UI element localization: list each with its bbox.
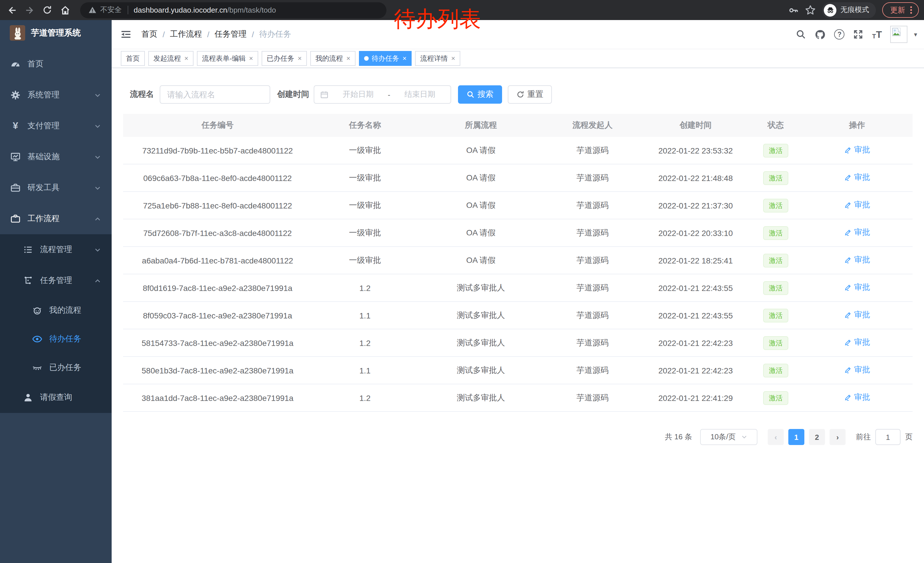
close-icon[interactable]: × bbox=[402, 54, 406, 62]
github-icon[interactable] bbox=[815, 29, 826, 40]
tab-form-edit[interactable]: 流程表单-编辑× bbox=[197, 51, 258, 66]
col-status: 状态 bbox=[750, 120, 801, 131]
tab-process-detail[interactable]: 流程详情× bbox=[415, 51, 460, 66]
status-badge: 激活 bbox=[763, 144, 788, 157]
sidebar-item-infrastructure[interactable]: 基础设施 bbox=[0, 141, 112, 173]
sidebar-item-label: 待办任务 bbox=[49, 334, 81, 344]
tab-start-process[interactable]: 发起流程× bbox=[148, 51, 194, 66]
tab-todo-tasks[interactable]: 待办任务× bbox=[359, 51, 412, 66]
sidebar-item-workflow[interactable]: 工作流程 bbox=[0, 203, 112, 234]
task-process: OA 请假 bbox=[418, 200, 544, 210]
approve-link[interactable]: 审批 bbox=[844, 310, 870, 320]
chevron-up-icon bbox=[94, 278, 101, 284]
task-id: 8f0d1619-7ac8-11ec-a9e2-a2380e71991a bbox=[123, 283, 312, 293]
avatar-dropdown-caret-icon[interactable]: ▾ bbox=[914, 31, 917, 38]
sidebar-logo-row[interactable]: 芋道管理系统 bbox=[0, 20, 112, 46]
sidebar-item-devtools[interactable]: 研发工具 bbox=[0, 173, 112, 203]
approve-link[interactable]: 审批 bbox=[844, 173, 870, 183]
table-header-row: 任务编号 任务名称 所属流程 流程发起人 创建时间 状态 操作 bbox=[123, 114, 912, 137]
pagination-page-1[interactable]: 1 bbox=[788, 429, 804, 445]
tab-home[interactable]: 首页 bbox=[121, 51, 145, 66]
task-time: 2022-01-22 21:48:48 bbox=[641, 173, 750, 182]
password-key-icon[interactable] bbox=[788, 5, 799, 15]
close-icon[interactable]: × bbox=[184, 54, 188, 62]
pagination-prev-button[interactable]: ‹ bbox=[768, 429, 784, 445]
chevron-down-icon bbox=[94, 185, 101, 191]
bookmark-star-icon[interactable] bbox=[805, 5, 816, 15]
breadcrumb-task-management[interactable]: 任务管理 bbox=[214, 29, 247, 39]
avatar[interactable] bbox=[891, 26, 908, 43]
search-button[interactable]: 搜索 bbox=[458, 86, 502, 104]
status-badge: 激活 bbox=[763, 171, 788, 185]
tab-my-process[interactable]: 我的流程× bbox=[310, 51, 356, 66]
status-cell: 激活 bbox=[750, 308, 801, 322]
sidebar-item-todo-tasks[interactable]: 待办任务 bbox=[0, 325, 112, 353]
approve-link[interactable]: 审批 bbox=[844, 392, 870, 402]
approve-link[interactable]: 审批 bbox=[844, 255, 870, 265]
edit-pencil-icon bbox=[844, 146, 852, 154]
help-icon[interactable]: ? bbox=[834, 29, 845, 39]
tab-done-tasks[interactable]: 已办任务× bbox=[262, 51, 307, 66]
date-range-picker[interactable]: 开始日期 - 结束日期 bbox=[314, 86, 451, 104]
browser-home-button[interactable] bbox=[57, 2, 73, 18]
sidebar-item-task-management[interactable]: 任务管理 bbox=[0, 265, 112, 296]
approve-link[interactable]: 审批 bbox=[844, 337, 870, 348]
sidebar-item-done-tasks[interactable]: 已办任务 bbox=[0, 353, 112, 382]
page-unit-label: 页 bbox=[905, 432, 912, 442]
refresh-icon bbox=[516, 90, 524, 99]
browser-menu-icon[interactable] bbox=[910, 9, 912, 11]
pagination-next-button[interactable]: › bbox=[830, 429, 846, 445]
approve-link[interactable]: 审批 bbox=[844, 365, 870, 375]
approve-link[interactable]: 审批 bbox=[844, 200, 870, 210]
task-name: 一级审批 bbox=[312, 173, 418, 183]
task-starter: 芋道源码 bbox=[544, 283, 641, 293]
status-badge: 激活 bbox=[763, 391, 788, 405]
status-cell: 激活 bbox=[750, 198, 801, 212]
edit-pencil-icon bbox=[844, 311, 852, 319]
task-process: 测试多审批人 bbox=[418, 310, 544, 320]
broken-image-icon bbox=[892, 27, 902, 37]
edit-pencil-icon bbox=[844, 228, 852, 237]
task-id: 75d72608-7b7f-11ec-a3c8-acde48001122 bbox=[123, 228, 312, 237]
browser-forward-button[interactable] bbox=[22, 2, 37, 18]
sidebar-item-leave-query[interactable]: 请假查询 bbox=[0, 382, 112, 413]
task-time: 2022-01-22 23:53:32 bbox=[641, 146, 750, 155]
fullscreen-icon[interactable] bbox=[853, 29, 864, 39]
monitor-chart-icon bbox=[10, 152, 21, 162]
sidebar-item-system[interactable]: 系统管理 bbox=[0, 80, 112, 111]
task-starter: 芋道源码 bbox=[544, 145, 641, 156]
url-path: /bpm/task/todo bbox=[227, 6, 276, 14]
process-name-input[interactable] bbox=[160, 86, 270, 104]
browser-back-button[interactable] bbox=[4, 2, 20, 18]
font-size-icon[interactable]: TT bbox=[872, 30, 882, 39]
close-icon[interactable]: × bbox=[249, 54, 253, 62]
task-starter: 芋道源码 bbox=[544, 255, 641, 266]
goto-page-input[interactable] bbox=[875, 429, 900, 445]
close-icon[interactable]: × bbox=[346, 54, 350, 62]
pagination-page-2[interactable]: 2 bbox=[809, 429, 825, 445]
close-icon[interactable]: × bbox=[298, 54, 302, 62]
sidebar-collapse-button[interactable] bbox=[120, 29, 132, 40]
task-row: 8f059c03-7ac8-11ec-a9e2-a2380e71991a 1.1… bbox=[123, 302, 912, 329]
search-icon[interactable] bbox=[796, 29, 806, 39]
update-button[interactable]: 更新 bbox=[882, 2, 919, 18]
url-bar[interactable]: 不安全 dashboard.yudao.iocoder.cn/bpm/task/… bbox=[80, 2, 386, 18]
task-process: OA 请假 bbox=[418, 228, 544, 238]
sidebar-item-process-management[interactable]: 流程管理 bbox=[0, 234, 112, 265]
reset-button[interactable]: 重置 bbox=[508, 86, 552, 104]
approve-link[interactable]: 审批 bbox=[844, 145, 870, 155]
approve-link[interactable]: 审批 bbox=[844, 282, 870, 293]
close-icon[interactable]: × bbox=[451, 54, 455, 62]
sidebar-item-my-process[interactable]: 我的流程 bbox=[0, 296, 112, 325]
active-dot bbox=[364, 56, 369, 61]
page-size-select[interactable]: 10条/页 bbox=[700, 429, 758, 445]
sidebar-item-payment[interactable]: ¥ 支付管理 bbox=[0, 111, 112, 141]
breadcrumb-home[interactable]: 首页 bbox=[141, 29, 158, 39]
breadcrumb-workflow[interactable]: 工作流程 bbox=[170, 29, 202, 39]
status-cell: 激活 bbox=[750, 226, 801, 240]
edit-pencil-icon bbox=[844, 366, 852, 374]
approve-link[interactable]: 审批 bbox=[844, 227, 870, 238]
browser-reload-button[interactable] bbox=[39, 2, 55, 18]
sidebar-item-home[interactable]: 首页 bbox=[0, 49, 112, 80]
gear-icon bbox=[10, 90, 21, 100]
